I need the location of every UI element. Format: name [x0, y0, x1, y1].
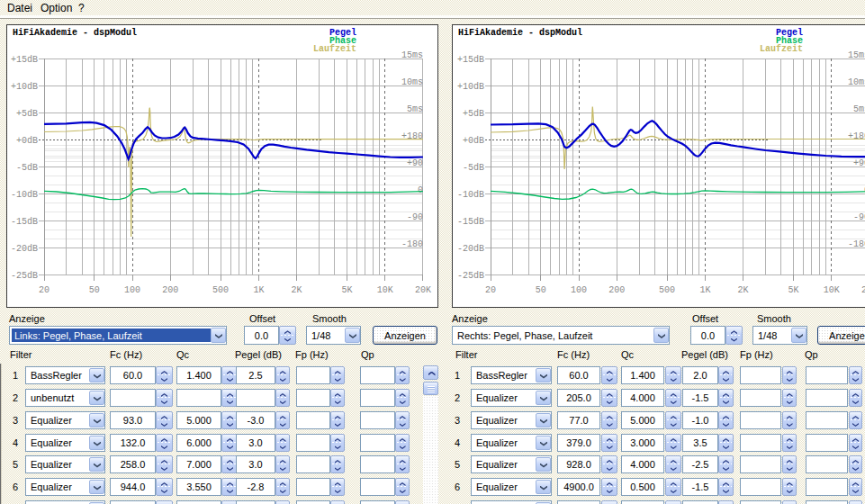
svg-text:500: 500: [212, 285, 229, 295]
svg-text:-10dB: -10dB: [11, 190, 38, 200]
svg-text:-15dB: -15dB: [457, 217, 484, 227]
svg-text:+0dB: +0dB: [16, 136, 38, 146]
svg-text:20: 20: [485, 285, 496, 295]
svg-text:+10dB: +10dB: [457, 82, 484, 92]
svg-text:10ms: 10ms: [401, 77, 423, 87]
svg-text:1K: 1K: [253, 285, 264, 295]
svg-text:-180: -180: [848, 239, 865, 249]
svg-text:20K: 20K: [861, 285, 865, 295]
svg-text:100: 100: [124, 285, 140, 295]
svg-text:-90: -90: [853, 212, 865, 222]
svg-text:0: 0: [418, 185, 423, 195]
svg-text:200: 200: [608, 285, 625, 295]
svg-text:-20dB: -20dB: [457, 244, 484, 254]
svg-text:10K: 10K: [824, 285, 840, 295]
svg-text:HiFiAkademie - dspModul: HiFiAkademie - dspModul: [13, 28, 137, 38]
svg-text:+5dB: +5dB: [463, 109, 484, 119]
svg-text:+15dB: +15dB: [11, 55, 38, 65]
svg-text:15ms: 15ms: [401, 50, 423, 60]
svg-text:2K: 2K: [292, 285, 302, 295]
svg-text:-25dB: -25dB: [11, 271, 38, 281]
svg-text:15ms: 15ms: [848, 50, 865, 60]
svg-text:20: 20: [39, 285, 50, 295]
svg-text:-15dB: -15dB: [11, 217, 38, 227]
svg-text:-10dB: -10dB: [457, 190, 484, 200]
svg-text:500: 500: [659, 285, 675, 295]
svg-text:-25dB: -25dB: [457, 271, 484, 281]
svg-text:50: 50: [536, 285, 546, 295]
svg-text:-5dB: -5dB: [16, 163, 38, 173]
svg-text:Laufzeit: Laufzeit: [313, 44, 356, 54]
svg-text:+5dB: +5dB: [16, 109, 38, 119]
svg-text:+10dB: +10dB: [11, 82, 38, 92]
svg-text:-5dB: -5dB: [463, 163, 484, 173]
svg-text:+0dB: +0dB: [463, 136, 484, 146]
svg-text:5K: 5K: [788, 285, 798, 295]
svg-text:100: 100: [571, 285, 587, 295]
svg-text:5ms: 5ms: [407, 104, 423, 114]
svg-text:50: 50: [89, 285, 100, 295]
svg-text:+15dB: +15dB: [457, 55, 484, 65]
svg-text:HiFiAkademie - dspModul: HiFiAkademie - dspModul: [458, 28, 582, 38]
svg-text:10K: 10K: [377, 285, 393, 295]
svg-text:Laufzeit: Laufzeit: [760, 44, 803, 54]
svg-text:5ms: 5ms: [853, 104, 865, 114]
svg-text:-180: -180: [401, 239, 423, 249]
svg-text:+90: +90: [853, 158, 865, 168]
svg-text:-90: -90: [407, 212, 423, 222]
svg-text:2K: 2K: [738, 285, 749, 295]
svg-text:10ms: 10ms: [848, 77, 865, 87]
svg-text:-20dB: -20dB: [11, 244, 38, 254]
svg-text:+90: +90: [407, 158, 423, 168]
svg-text:200: 200: [162, 285, 178, 295]
svg-text:1K: 1K: [699, 285, 710, 295]
svg-text:20K: 20K: [415, 285, 431, 295]
svg-text:5K: 5K: [341, 285, 352, 295]
